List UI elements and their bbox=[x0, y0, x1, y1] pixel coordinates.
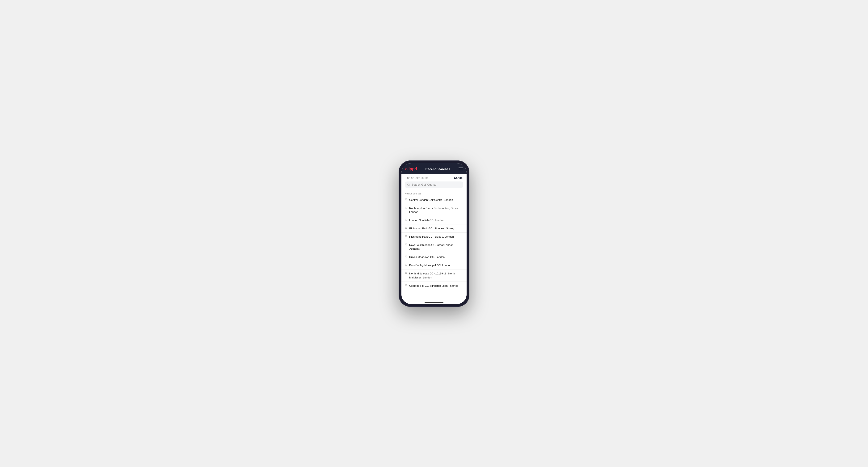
list-item[interactable]: Richmond Park GC - Prince's, Surrey bbox=[401, 224, 467, 233]
content-area: Find a Golf Course Cancel Nearby courses bbox=[401, 174, 467, 301]
menu-button[interactable] bbox=[459, 167, 463, 170]
list-item[interactable]: London Scottish GC, London bbox=[401, 216, 467, 224]
course-name: North Middlesex GC (1011942 - North Midd… bbox=[409, 272, 463, 279]
find-label: Find a Golf Course bbox=[405, 176, 429, 180]
course-name: London Scottish GC, London bbox=[409, 218, 444, 222]
svg-point-9 bbox=[406, 264, 406, 265]
course-name: Roehampton Club - Roehampton, Greater Lo… bbox=[409, 206, 463, 214]
pin-icon bbox=[405, 227, 407, 230]
course-name: Brent Valley Municipal GC, London bbox=[409, 263, 451, 267]
course-name: Central London Golf Centre, London bbox=[409, 198, 453, 202]
search-input[interactable] bbox=[411, 183, 461, 186]
nearby-label: Nearby courses bbox=[401, 190, 467, 196]
svg-point-7 bbox=[406, 244, 406, 245]
svg-point-4 bbox=[406, 219, 406, 220]
nearby-section: Nearby courses Central London Golf Centr… bbox=[401, 190, 467, 301]
svg-point-8 bbox=[406, 256, 406, 256]
svg-point-11 bbox=[406, 285, 406, 285]
pin-icon bbox=[405, 263, 407, 267]
app-header: clippd Recent Searches bbox=[401, 163, 467, 174]
phone-screen: clippd Recent Searches Find a Golf Cours… bbox=[401, 163, 467, 304]
pin-icon bbox=[405, 219, 407, 222]
list-item[interactable]: Coombe Hill GC, Kingston upon Thames bbox=[401, 282, 467, 290]
header-title: Recent Searches bbox=[426, 167, 450, 171]
app-logo: clippd bbox=[405, 166, 417, 172]
svg-point-3 bbox=[406, 207, 406, 208]
svg-point-2 bbox=[406, 199, 406, 199]
pin-icon bbox=[405, 284, 407, 287]
list-item[interactable]: Brent Valley Municipal GC, London bbox=[401, 261, 467, 270]
list-item[interactable]: Dukes Meadows GC, London bbox=[401, 253, 467, 261]
list-item[interactable]: Roehampton Club - Roehampton, Greater Lo… bbox=[401, 204, 467, 216]
course-list: Central London Golf Centre, London Roeha… bbox=[401, 196, 467, 290]
svg-point-10 bbox=[406, 273, 406, 273]
course-name: Dukes Meadows GC, London bbox=[409, 255, 445, 259]
list-item[interactable]: Central London Golf Centre, London bbox=[401, 196, 467, 204]
list-item[interactable]: Royal Wimbledon GC, Great London Authori… bbox=[401, 241, 467, 253]
pin-icon bbox=[405, 243, 407, 246]
home-bar bbox=[425, 302, 443, 303]
pin-icon bbox=[405, 255, 407, 258]
svg-line-1 bbox=[409, 185, 409, 186]
pin-icon bbox=[405, 235, 407, 238]
svg-point-5 bbox=[406, 227, 406, 228]
search-icon bbox=[407, 183, 410, 186]
pin-icon bbox=[405, 198, 407, 201]
course-name: Coombe Hill GC, Kingston upon Thames bbox=[409, 284, 458, 288]
course-name: Royal Wimbledon GC, Great London Authori… bbox=[409, 243, 463, 251]
find-bar: Find a Golf Course Cancel bbox=[401, 174, 467, 182]
list-item[interactable]: Richmond Park GC - Duke's, London bbox=[401, 233, 467, 241]
cancel-button[interactable]: Cancel bbox=[454, 176, 463, 180]
course-name: Richmond Park GC - Duke's, London bbox=[409, 235, 454, 239]
svg-point-6 bbox=[406, 236, 406, 236]
pin-icon bbox=[405, 207, 407, 210]
home-indicator bbox=[401, 301, 467, 304]
course-name: Richmond Park GC - Prince's, Surrey bbox=[409, 226, 454, 230]
search-box bbox=[405, 182, 463, 188]
pin-icon bbox=[405, 272, 407, 275]
phone-frame: clippd Recent Searches Find a Golf Cours… bbox=[399, 160, 469, 307]
list-item[interactable]: North Middlesex GC (1011942 - North Midd… bbox=[401, 270, 467, 282]
search-container bbox=[401, 182, 467, 190]
